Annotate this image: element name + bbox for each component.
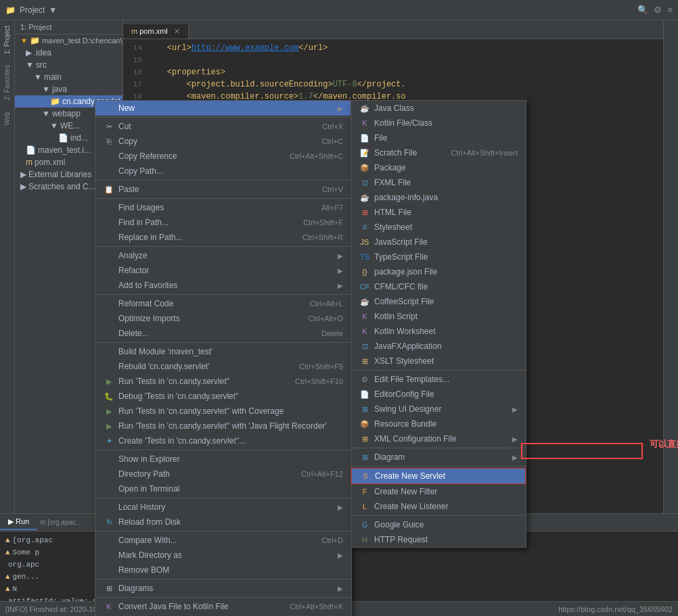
label-kotlin-worksheet: Kotlin Worksheet (374, 327, 436, 336)
submenu-xml-config[interactable]: ⊞ XML Configuration File ▶ (351, 431, 526, 446)
label-file: File (374, 133, 387, 143)
menu-item-run-flight[interactable]: ▶ Run 'Tests in 'cn.candy.servlet'' with… (95, 419, 351, 433)
submenu-google-guice[interactable]: G Google Guice (351, 517, 526, 532)
menu-item-copy-ref[interactable]: Copy Reference Ctrl+Alt+Shift+C (95, 149, 351, 164)
swing-icon: ⊞ (359, 404, 370, 414)
submenu-editorconfig[interactable]: 📄 EditorConfig File (351, 387, 526, 402)
menu-shortcut-reformat: Ctrl+Alt+L (310, 300, 343, 308)
submenu-kotlin-script[interactable]: K Kotlin Script (351, 309, 526, 324)
submenu-create-servlet[interactable]: S Create New Servlet (351, 468, 526, 484)
menu-item-show-explorer[interactable]: Show in Explorer (95, 452, 351, 467)
submenu-http-request[interactable]: H HTTP Request (351, 532, 526, 547)
label-create-listener: Create New Listener (374, 502, 448, 511)
submenu-jfx[interactable]: ⊡ JavaFXApplication (351, 339, 526, 354)
fxml-icon: ⊡ (359, 177, 370, 188)
scratch-file-icon: 📝 (359, 147, 370, 158)
menu-label-paste: Paste (118, 185, 139, 194)
menu-item-add-favorites[interactable]: Add to Favorites ▶ (95, 278, 351, 293)
submenu-package[interactable]: 📦 Package (351, 160, 526, 175)
menu-label-compare: Compare With... (118, 536, 177, 545)
menu-item-find-usages[interactable]: Find Usages Alt+F7 (95, 200, 351, 215)
menu-item-debug-tests[interactable]: 🐛 Debug 'Tests in 'cn.candy.servlet'' (95, 389, 351, 404)
menu-label-create: Create 'Tests in 'cn.candy.servlet''... (118, 436, 246, 446)
menu-item-replace-path[interactable]: Replace in Path... Ctrl+Shift+R (95, 230, 351, 245)
submenu-kotlin-file[interactable]: K Kotlin File/Class (351, 116, 526, 131)
js-file-icon: JS (359, 237, 370, 247)
menu-item-new[interactable]: New ▶ (95, 101, 351, 116)
menu-item-paste[interactable]: 📋 Paste Ctrl+V (95, 182, 351, 197)
menu-label-diagrams: Diagrams (118, 584, 153, 593)
menu-label-reload: Reload from Disk (118, 517, 181, 527)
menu-item-find-in-path[interactable]: Find in Path... Ctrl+Shift+F (95, 215, 351, 230)
edit-templates-icon: ⚙ (359, 374, 370, 385)
menu-item-delete[interactable]: Delete... Delete (95, 326, 351, 341)
submenu-create-filter[interactable]: F Create New Filter (351, 484, 526, 499)
submenu-pkg-info[interactable]: ☕ package-info.java (351, 190, 526, 205)
submenu-xslt[interactable]: ⊞ XSLT Stylesheet (351, 354, 526, 369)
label-scratch: Scratch File (374, 148, 417, 158)
label-xml-config: XML Configuration File (374, 434, 457, 444)
submenu-stylesheet[interactable]: # Stylesheet (351, 220, 526, 235)
submenu-edit-templates[interactable]: ⚙ Edit File Templates... (351, 372, 526, 387)
menu-item-copy-path[interactable]: Copy Path... (95, 164, 351, 179)
menu-arrow-history: ▶ (338, 504, 343, 511)
label-stylesheet: Stylesheet (374, 222, 412, 232)
submenu-java-class[interactable]: ☕ Java Class (351, 101, 526, 116)
label-cfml: CFML/CFC file (374, 282, 428, 291)
menu-item-remove-bom[interactable]: Remove BOM (95, 563, 351, 577)
menu-item-create-tests[interactable]: ✦ Create 'Tests in 'cn.candy.servlet''..… (95, 433, 351, 448)
menu-item-open-terminal[interactable]: Open in Terminal (95, 481, 351, 496)
menu-item-reformat[interactable]: Reformat Code Ctrl+Alt+L (95, 296, 351, 311)
submenu-file[interactable]: 📄 File (351, 131, 526, 145)
menu-label-flight: Run 'Tests in 'cn.candy.servlet'' with '… (118, 421, 327, 431)
menu-shortcut-run: Ctrl+Shift+F10 (295, 377, 343, 385)
menu-icon-build (104, 346, 114, 357)
run-icon: ▶ (104, 376, 114, 387)
submenu-scratch[interactable]: 📝 Scratch File Ctrl+Alt+Shift+Insert (351, 145, 526, 160)
submenu-pkg-json[interactable]: {} package.json File (351, 264, 526, 279)
menu-shortcut-compare: Ctrl+D (322, 536, 343, 544)
menu-item-copy[interactable]: ⎘ Copy Ctrl+C (95, 134, 351, 149)
menu-label-mark: Mark Directory as (118, 550, 182, 560)
submenu-kotlin-worksheet[interactable]: K Kotlin Worksheet (351, 324, 526, 339)
menu-sep-6 (95, 342, 351, 343)
submenu-swing[interactable]: ⊞ Swing UI Designer ▶ (351, 402, 526, 417)
label-editorconfig: EditorConfig File (374, 389, 434, 399)
submenu-ts[interactable]: TS TypeScript File (351, 250, 526, 264)
menu-item-local-history[interactable]: Local History ▶ (95, 500, 351, 515)
submenu-resource-bundle[interactable]: 📦 Resource Bundle (351, 417, 526, 431)
submenu-create-listener[interactable]: L Create New Listener (351, 499, 526, 514)
menu-item-run-coverage[interactable]: ▶ Run 'Tests in 'cn.candy.servlet'' with… (95, 404, 351, 419)
coverage-icon: ▶ (104, 406, 114, 417)
menu-item-compare[interactable]: Compare With... Ctrl+D (95, 533, 351, 548)
menu-item-analyze[interactable]: Analyze ▶ (95, 248, 351, 263)
submenu-html[interactable]: ⊞ HTML File (351, 205, 526, 220)
submenu-coffee[interactable]: ☕ CoffeeScript File (351, 294, 526, 309)
submenu-sep-1 (351, 370, 526, 371)
menu-item-run-tests[interactable]: ▶ Run 'Tests in 'cn.candy.servlet'' Ctrl… (95, 374, 351, 389)
diagram-icon: ⊞ (359, 452, 370, 463)
menu-item-convert-kotlin[interactable]: K Convert Java File to Kotlin File Ctrl+… (95, 599, 351, 614)
menu-item-mark-dir[interactable]: Mark Directory as ▶ (95, 548, 351, 563)
menu-sep-7 (95, 450, 351, 450)
menu-sep-8 (95, 498, 351, 498)
menu-item-diagrams[interactable]: ⊞ Diagrams ▶ (95, 581, 351, 596)
submenu-diagram[interactable]: ⊞ Diagram ▶ (351, 450, 526, 465)
menu-label-optimize: Optimize Imports (118, 314, 180, 323)
menu-item-refactor[interactable]: Refactor ▶ (95, 263, 351, 278)
coffee-file-icon: ☕ (359, 296, 370, 307)
label-jfx: JavaFXApplication (374, 341, 441, 351)
annotation-box (521, 443, 643, 459)
menu-icon-cut: ✂ (104, 121, 114, 132)
menu-item-optimize-imports[interactable]: Optimize Imports Ctrl+Alt+O (95, 311, 351, 326)
label-ts: TypeScript File (374, 252, 428, 262)
menu-label-copy: Copy (118, 137, 137, 146)
submenu-cfml[interactable]: CF CFML/CFC file (351, 279, 526, 294)
menu-item-dir-path[interactable]: Directory Path Ctrl+Alt+F12 (95, 467, 351, 481)
menu-item-rebuild[interactable]: Rebuild 'cn.candy.servlet' Ctrl+Shift+F9 (95, 359, 351, 374)
submenu-js[interactable]: JS JavaScript File (351, 235, 526, 250)
menu-item-build-module[interactable]: Build Module 'maven_test' (95, 344, 351, 359)
submenu-fxml[interactable]: ⊡ FXML File (351, 175, 526, 190)
menu-item-reload[interactable]: ↻ Reload from Disk (95, 515, 351, 529)
menu-item-cut[interactable]: ✂ Cut Ctrl+X (95, 119, 351, 134)
